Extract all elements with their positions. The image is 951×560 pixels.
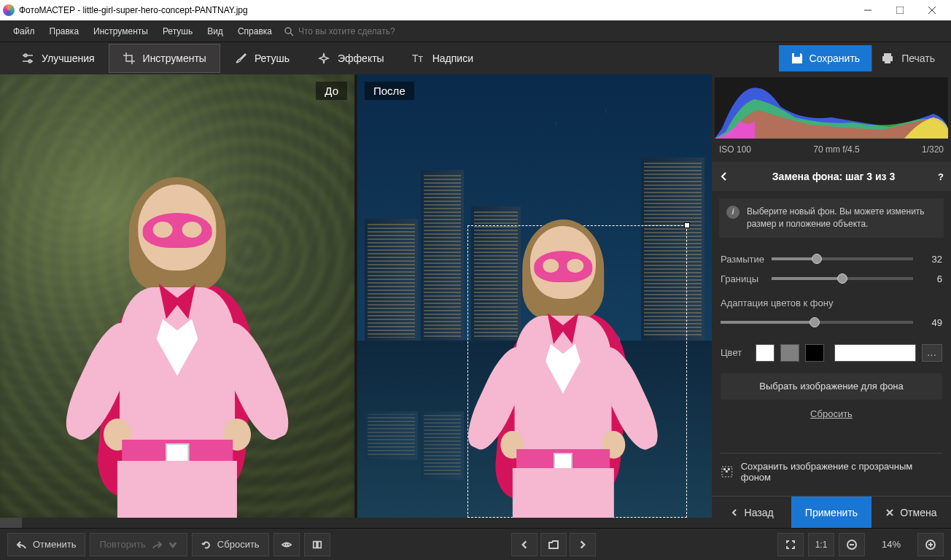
menu-file[interactable]: Файл (6, 22, 42, 41)
before-pane[interactable]: До (0, 74, 354, 518)
blur-value: 32 (920, 254, 942, 265)
svg-rect-1 (896, 7, 904, 14)
text-icon: Tт (412, 52, 425, 65)
cancel-button[interactable]: Отмена (872, 497, 951, 528)
next-image-button[interactable] (570, 533, 596, 556)
tab-retouch[interactable]: Ретушь (220, 44, 303, 73)
adapt-heading: Адаптация цветов к фону (712, 293, 951, 308)
fit-button[interactable] (777, 533, 804, 556)
eye-button[interactable] (273, 533, 300, 556)
meta-shutter: 1/320 (922, 144, 944, 155)
color-label: Цвет (721, 347, 750, 358)
choose-background-button[interactable]: Выбрать изображение для фона (721, 373, 942, 400)
color-picker-button[interactable]: ... (922, 344, 942, 362)
close-icon (885, 508, 894, 517)
swatch-gray[interactable] (780, 344, 799, 362)
tab-effects[interactable]: Эффекты (303, 44, 398, 73)
svg-rect-17 (726, 470, 728, 472)
chevron-left-icon (730, 508, 739, 517)
plus-icon (925, 540, 936, 550)
canvas-area: До После (0, 74, 712, 528)
menu-retouch[interactable]: Ретушь (155, 22, 200, 41)
transparent-icon (721, 465, 734, 478)
folder-icon (548, 540, 559, 550)
before-label: До (316, 82, 347, 100)
swatch-black[interactable] (805, 344, 824, 362)
sparkle-icon (317, 52, 330, 65)
save-button[interactable]: Сохранить (779, 45, 872, 71)
crop-icon (123, 52, 136, 65)
after-pane[interactable]: После (357, 74, 712, 518)
minus-icon (847, 540, 857, 550)
svg-rect-20 (318, 541, 321, 548)
svg-point-18 (285, 543, 288, 546)
svg-point-4 (285, 28, 291, 34)
help-button[interactable]: ? (938, 171, 944, 182)
save-transparent-button[interactable]: Сохранить изображение с прозрачным фоном (721, 453, 942, 490)
open-folder-button[interactable] (540, 533, 567, 556)
tab-tools[interactable]: Инструменты (109, 44, 220, 73)
close-button[interactable] (916, 0, 948, 20)
edges-slider[interactable] (772, 277, 913, 280)
svg-text:Tт: Tт (412, 52, 424, 64)
adapt-value: 49 (920, 317, 942, 328)
meta-lens: 70 mm f/4.5 (813, 144, 859, 155)
redo-button[interactable]: Повторить (90, 533, 187, 556)
meta-iso: ISO 100 (719, 144, 751, 155)
sliders-icon (21, 52, 34, 65)
adapt-slider[interactable] (721, 321, 913, 324)
edges-label: Границы (721, 273, 764, 284)
search-icon (284, 26, 294, 36)
blur-label: Размытие (721, 254, 764, 265)
chevron-left-icon (519, 540, 529, 550)
info-box: i Выберите новый фон. Вы можете изменить… (719, 198, 944, 238)
histogram[interactable] (715, 77, 948, 139)
tab-enhancements[interactable]: Улучшения (7, 44, 109, 73)
apply-button[interactable]: Применить (791, 497, 871, 528)
app-logo (3, 4, 15, 16)
reset-icon (201, 540, 211, 550)
panel-back-icon[interactable] (719, 171, 729, 182)
svg-rect-19 (313, 541, 316, 548)
prev-image-button[interactable] (511, 533, 537, 556)
after-label: После (365, 82, 414, 100)
bottom-bar: Отменить Повторить Сбросить 1:1 14% (0, 528, 951, 560)
chevron-down-icon (168, 540, 178, 550)
panel-header: Замена фона: шаг 3 из 3 ? (712, 162, 951, 191)
fit-icon (785, 540, 796, 550)
menubar: Файл Правка Инструменты Ретушь Вид Справ… (0, 20, 951, 42)
svg-rect-11 (884, 53, 891, 56)
menu-edit[interactable]: Правка (42, 22, 87, 41)
ratio-button[interactable]: 1:1 (808, 533, 834, 556)
titlebar: ФотоМАСТЕР - little-girl-super-hero-conc… (0, 0, 951, 20)
swatch-white[interactable] (756, 344, 775, 362)
undo-icon (17, 540, 27, 550)
undo-button[interactable]: Отменить (7, 533, 85, 556)
zoom-in-button[interactable] (917, 533, 944, 556)
blur-slider[interactable] (772, 257, 913, 260)
tab-bar: Улучшения Инструменты Ретушь Эффекты Tт … (0, 42, 951, 74)
menu-view[interactable]: Вид (200, 22, 230, 41)
compare-button[interactable] (304, 533, 330, 556)
back-button[interactable]: Назад (712, 497, 791, 528)
maximize-button[interactable] (884, 0, 916, 20)
reset-link[interactable]: Сбросить (712, 404, 951, 424)
print-button[interactable]: Печать (872, 45, 944, 71)
window-title: ФотоМАСТЕР - little-girl-super-hero-conc… (19, 5, 852, 15)
tab-captions[interactable]: Tт Надписи (398, 44, 487, 73)
eye-icon (282, 540, 292, 550)
edges-value: 6 (920, 273, 942, 284)
minimize-button[interactable] (852, 0, 884, 20)
search-input[interactable]: Что вы хотите сделать? (298, 26, 395, 36)
menu-tools[interactable]: Инструменты (86, 22, 155, 41)
color-preview[interactable] (834, 344, 916, 362)
horizontal-scrollbar[interactable] (0, 518, 712, 528)
zoom-out-button[interactable] (839, 533, 865, 556)
svg-line-5 (290, 33, 293, 36)
menu-help[interactable]: Справка (230, 22, 279, 41)
info-text: Выберите новый фон. Вы можете изменить р… (747, 206, 936, 230)
svg-rect-16 (728, 468, 730, 470)
reset-button[interactable]: Сбросить (192, 533, 269, 556)
zoom-value: 14% (869, 539, 913, 550)
svg-rect-13 (885, 60, 890, 63)
